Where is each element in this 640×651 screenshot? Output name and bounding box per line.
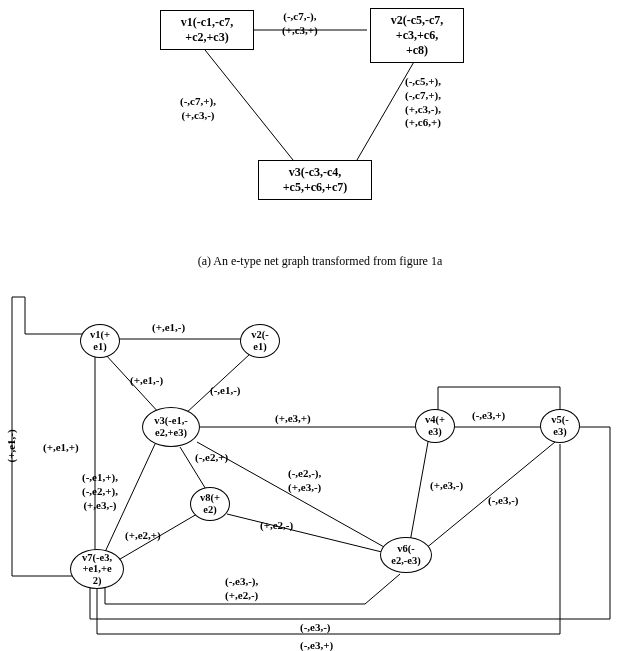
node-v3: v3(-c3,-c4, +c5,+c6,+c7) (258, 160, 372, 200)
panel-b: v1(+ e1) v2(- e1) v3(-e1,- e2,+e3) v4(+ … (0, 279, 640, 651)
edge-v1-v3-label: (-,c7,+), (+,c3,-) (180, 95, 216, 123)
figure-wrap: v1(-c1,-c7, +c2,+c3) v2(-c5,-c7, +c3,+c6… (0, 0, 640, 651)
panel-a-caption: (a) An e-type net graph transformed from… (0, 254, 640, 269)
node-v8: v8(+ e2) (190, 487, 230, 521)
panel-a-edges (0, 0, 640, 250)
lbl-v1-v2: (+,e1,-) (152, 321, 185, 335)
edge-v2-v3-label: (-,c5,+), (-,c7,+), (+,c3,-), (+,c6,+) (405, 75, 441, 130)
lbl-v3-v4: (+,e3,+) (275, 412, 311, 426)
edge-v1-v2-label: (-,c7,-), (+,c3,+) (282, 10, 318, 38)
lbl-v7-v5: (-,e3,-) (300, 621, 331, 635)
lbl-v7-v4: (-,e3,+) (300, 639, 333, 651)
svg-line-1 (205, 50, 293, 160)
node-v4: v4(+ e3) (415, 409, 455, 443)
lbl-v8-v6: (+,e2,-) (260, 519, 293, 533)
node-v3: v3(-e1,- e2,+e3) (142, 407, 200, 447)
lbl-v7-v6: (-,e3,-), (+,e2,-) (225, 575, 258, 603)
node-v6: v6(- e2,-e3) (380, 537, 432, 573)
lbl-v1-v7: (+,e1,+) (43, 441, 79, 455)
lbl-v1-v3: (+,e1,-) (130, 374, 163, 388)
lbl-v1-v7-outer: (+,e1,-) (5, 429, 19, 462)
node-v5: v5(- e3) (540, 409, 580, 443)
lbl-v4-v5: (-,e3,+) (472, 409, 505, 423)
lbl-v4-v6: (+,e3,-) (430, 479, 463, 493)
node-v1: v1(+ e1) (80, 324, 120, 358)
panel-a: v1(-c1,-c7, +c2,+c3) v2(-c5,-c7, +c3,+c6… (0, 0, 640, 250)
node-v1: v1(-c1,-c7, +c2,+c3) (160, 10, 254, 50)
svg-line-14 (227, 514, 390, 554)
lbl-v8-v7: (+,e2,+) (125, 529, 161, 543)
lbl-v2-v3: (-,e1,-) (210, 384, 241, 398)
svg-line-11 (410, 442, 428, 542)
lbl-v3-v8: (-,e2,+) (195, 451, 228, 465)
node-v2: v2(-c5,-c7, +c3,+c6, +c8) (370, 8, 464, 63)
node-v7: v7(-e3, +e1,+e 2) (70, 549, 124, 589)
node-v2: v2(- e1) (240, 324, 280, 358)
lbl-v5-v6: (-,e3,-) (488, 494, 519, 508)
lbl-v3-v6: (-,e2,-), (+,e3,-) (288, 467, 321, 495)
lbl-v3-v7: (-,e1,+), (-,e2,+), (+,e3,-) (82, 471, 118, 512)
